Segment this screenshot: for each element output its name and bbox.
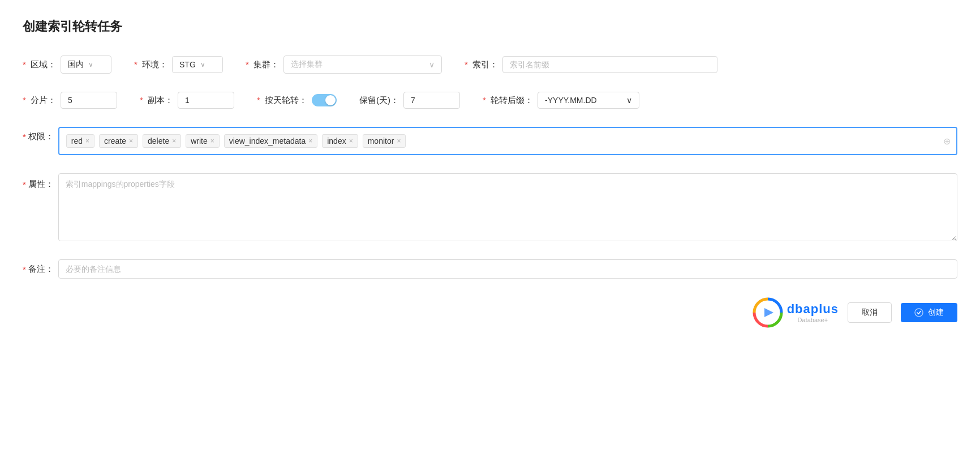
logo-text: dbaplus: [787, 302, 839, 316]
index-field: * 索引：: [465, 56, 717, 73]
tag-close-icon[interactable]: ×: [85, 138, 89, 144]
retain-field: 保留(天)：: [359, 92, 460, 109]
attributes-row: * 属性：: [23, 173, 957, 241]
permissions-label: * 权限：: [23, 127, 54, 142]
chevron-down-icon: ∨: [88, 61, 93, 69]
env-field: * 环境： STG ∨: [134, 56, 223, 73]
logo-text-wrapper: dbaplus Database+: [787, 302, 839, 323]
create-icon: [914, 308, 923, 317]
shards-label: * 分片：: [23, 95, 56, 106]
permissions-field[interactable]: red×create×delete×write×view_index_metad…: [58, 127, 957, 155]
suffix-field: * 轮转后缀： -YYYY.MM.DD ∨: [483, 92, 639, 109]
cluster-placeholder: 选择集群: [291, 59, 323, 70]
page-container: 创建索引轮转任务 * 区域： 国内 ∨ * 环境： STG ∨: [0, 0, 980, 453]
retain-label: 保留(天)：: [359, 95, 399, 106]
daily-rotate-field: * 按天轮转：: [257, 94, 337, 106]
daily-rotate-label: * 按天轮转：: [257, 95, 307, 106]
tag-close-icon[interactable]: ×: [210, 138, 214, 144]
replicas-label: * 副本：: [140, 95, 173, 106]
attributes-label: * 属性：: [23, 173, 54, 190]
remarks-row: * 备注：: [23, 259, 957, 279]
shards-field: * 分片：: [23, 92, 117, 109]
logo-icon: [752, 297, 784, 328]
tag-close-icon[interactable]: ×: [349, 138, 353, 144]
form-row-1: * 区域： 国内 ∨ * 环境： STG ∨ * 集群：: [23, 55, 957, 74]
chevron-down-icon: ∨: [429, 60, 435, 69]
footer-actions: dbaplus Database+ 取消 创建: [23, 297, 957, 328]
cluster-field: * 集群： 选择集群 ∨: [246, 55, 442, 74]
permissions-row: * 权限： red×create×delete×write×view_index…: [23, 127, 957, 155]
env-label: * 环境：: [134, 59, 167, 70]
cluster-label: * 集群：: [246, 59, 279, 70]
shards-input[interactable]: [61, 92, 117, 109]
region-field: * 区域： 国内 ∨: [23, 55, 111, 74]
permission-tag: view_index_metadata×: [224, 134, 317, 148]
attributes-textarea[interactable]: [58, 173, 957, 241]
permission-tag: index×: [322, 134, 358, 148]
index-input[interactable]: [502, 56, 717, 73]
form-row-2: * 分片： * 副本： * 按天轮转：: [23, 92, 957, 109]
remarks-label: * 备注：: [23, 264, 54, 275]
retain-input[interactable]: [403, 92, 460, 109]
toggle-track[interactable]: [312, 94, 337, 106]
cancel-button[interactable]: 取消: [848, 302, 892, 323]
replicas-input[interactable]: [178, 92, 234, 109]
index-label: * 索引：: [465, 59, 498, 70]
create-button[interactable]: 创建: [901, 303, 957, 322]
permission-tag: monitor×: [363, 134, 406, 148]
permission-tag: create×: [99, 134, 138, 148]
cluster-select[interactable]: 选择集群 ∨: [283, 55, 442, 74]
permission-tag: write×: [186, 134, 220, 148]
region-select[interactable]: 国内 ∨: [61, 55, 111, 74]
region-label: * 区域：: [23, 59, 56, 70]
chevron-down-icon: ∨: [626, 96, 632, 105]
suffix-value: -YYYY.MM.DD: [545, 96, 597, 105]
tag-close-icon[interactable]: ×: [172, 138, 176, 144]
permission-tag: delete×: [143, 134, 181, 148]
tag-close-icon[interactable]: ×: [308, 138, 312, 144]
chevron-down-icon: ∨: [200, 61, 205, 69]
tag-close-icon[interactable]: ×: [129, 138, 133, 144]
env-select[interactable]: STG ∨: [172, 56, 223, 73]
remarks-input[interactable]: [58, 259, 957, 279]
logo-sub: Database+: [787, 317, 839, 323]
replicas-field: * 副本：: [140, 92, 234, 109]
page-title: 创建索引轮转任务: [23, 18, 957, 35]
daily-rotate-toggle[interactable]: [312, 94, 337, 106]
svg-point-3: [915, 309, 923, 317]
logo: dbaplus Database+: [752, 297, 839, 328]
tag-close-icon[interactable]: ×: [397, 138, 401, 144]
suffix-label: * 轮转后缀：: [483, 95, 533, 106]
search-settings-icon: ⊕: [943, 136, 951, 147]
suffix-select[interactable]: -YYYY.MM.DD ∨: [538, 92, 639, 109]
permission-tag: red×: [66, 134, 94, 148]
toggle-thumb: [325, 95, 336, 105]
